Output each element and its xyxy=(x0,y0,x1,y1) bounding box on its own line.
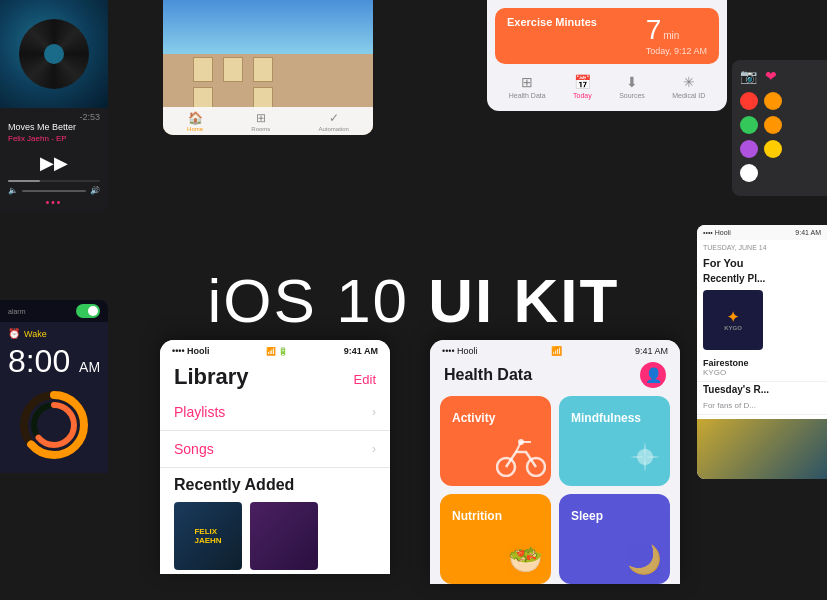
recently-played-section: Recently Pl... xyxy=(697,271,827,286)
color-green[interactable] xyxy=(740,116,758,134)
exercise-time: Today, 9:12 AM xyxy=(646,46,707,56)
color-orange-1[interactable] xyxy=(764,92,782,110)
smart-home-widget: 🏠 Home ⊞ Rooms ✓ Automation xyxy=(163,0,373,135)
ampm-label: AM xyxy=(79,359,100,375)
nav-medical[interactable]: ✳ Medical ID xyxy=(672,74,705,99)
volume-max-icon: 🔊 xyxy=(90,186,100,195)
playback-controls[interactable]: ▶▶ xyxy=(0,148,108,178)
nav-today-label: Today xyxy=(573,92,592,99)
wake-icon: ⏰ xyxy=(8,328,20,339)
color-purple[interactable] xyxy=(740,140,758,158)
page-title: iOS 10 UI KIT xyxy=(208,265,620,336)
tab-rooms[interactable]: ⊞ Rooms xyxy=(251,111,270,132)
album-2[interactable] xyxy=(250,502,318,570)
progress-bar[interactable] xyxy=(8,180,100,182)
color-row-1 xyxy=(740,92,819,110)
alarm-toggle[interactable] xyxy=(76,304,100,318)
progress-fill xyxy=(8,180,40,182)
more-options[interactable]: ••• xyxy=(0,197,108,212)
health-title: Health Data xyxy=(444,366,532,384)
library-playlists[interactable]: Playlists › xyxy=(160,394,390,431)
tab-home-label: Home xyxy=(187,126,203,132)
color-orange-2[interactable] xyxy=(764,116,782,134)
for-you-title: For You xyxy=(697,253,827,271)
wake-label: Wake xyxy=(24,329,47,339)
color-row-4 xyxy=(740,164,819,182)
nav-sources-label: Sources xyxy=(619,92,645,99)
activity-label: Activity xyxy=(452,411,495,425)
songs-label: Songs xyxy=(174,441,214,457)
heart-icon: ❤ xyxy=(765,68,777,84)
edit-button[interactable]: Edit xyxy=(354,372,376,387)
exercise-unit: min xyxy=(663,30,679,41)
library-title: Library xyxy=(174,364,249,390)
sources-icon: ⬇ xyxy=(626,74,638,90)
vinyl-center xyxy=(44,44,64,64)
nutrition-icon: 🥗 xyxy=(508,543,543,576)
today-icon: 📅 xyxy=(574,74,591,90)
recently-added-title: Recently Added xyxy=(160,468,390,498)
artist-1-sub: KYGO xyxy=(703,368,821,377)
album-art-placeholder: ✦ KYGO xyxy=(724,309,742,331)
mindfulness-card[interactable]: Mindfulness xyxy=(559,396,670,486)
lock-top-bar: alarm xyxy=(0,300,108,322)
health-screen: •••• Hooli 📶 9:41 AM Health Data 👤 Activ… xyxy=(430,340,680,584)
camera-icon: 📷 xyxy=(740,68,757,84)
home-icon: 🏠 xyxy=(188,111,203,125)
album-1[interactable]: FELIXJAEHN xyxy=(174,502,242,570)
tab-automation[interactable]: ✓ Automation xyxy=(319,111,349,132)
artist-name: Felix Jaehn - EP xyxy=(8,134,100,144)
album-row: FELIXJAEHN xyxy=(160,498,390,574)
exercise-label: Exercise Minutes xyxy=(507,16,597,28)
track-info: Moves Me Better Felix Jaehn - EP xyxy=(8,122,100,144)
health-status-bar: •••• Hooli 📶 9:41 AM xyxy=(430,340,680,360)
carrier: •••• Hooli xyxy=(703,229,731,236)
artist-1[interactable]: Fairestone KYGO xyxy=(697,354,827,382)
tab-automation-label: Automation xyxy=(319,126,349,132)
lock-time: 8:00 AM xyxy=(0,345,108,377)
chevron-right-icon-2: › xyxy=(372,442,376,456)
section-2-sub: For fans of D... xyxy=(697,397,827,415)
health-widget: Exercise Minutes 7 min Today, 9:12 AM ⊞ … xyxy=(487,0,727,111)
track-time: -2:53 xyxy=(8,112,100,122)
profile-icon[interactable]: 👤 xyxy=(640,362,666,388)
volume-icon: 🔈 xyxy=(8,186,18,195)
library-screen: •••• Hooli 📶 🔋 9:41 AM Library Edit Play… xyxy=(160,340,390,574)
colors-panel: 📷 ❤ xyxy=(732,60,827,196)
health-carrier: •••• Hooli xyxy=(442,346,478,356)
music-app-status-bar: •••• Hooli 9:41 AM xyxy=(697,225,827,240)
section-2-title: Tuesday's R... xyxy=(697,382,827,397)
music-player-widget: -2:53 Moves Me Better Felix Jaehn - EP ▶… xyxy=(0,0,108,212)
lock-screen-widget: alarm ⏰ Wake 8:00 AM xyxy=(0,300,108,473)
activity-ring xyxy=(14,385,94,465)
color-row-3 xyxy=(740,140,819,158)
nav-health-data[interactable]: ⊞ Health Data xyxy=(509,74,546,99)
exercise-card: Exercise Minutes 7 min Today, 9:12 AM xyxy=(495,8,719,64)
vinyl-disc xyxy=(19,19,89,89)
svg-point-6 xyxy=(518,439,524,445)
play-icon[interactable]: ▶▶ xyxy=(40,152,68,174)
color-yellow[interactable] xyxy=(764,140,782,158)
window xyxy=(193,57,213,82)
health-signal: 📶 xyxy=(551,346,562,356)
mindfulness-icon xyxy=(625,437,665,481)
signal-icons: 📶 🔋 xyxy=(266,347,288,356)
nutrition-card[interactable]: Nutrition 🥗 xyxy=(440,494,551,584)
sleep-card[interactable]: Sleep 🌙 xyxy=(559,494,670,584)
tab-home[interactable]: 🏠 Home xyxy=(187,111,203,132)
medical-icon: ✳ xyxy=(683,74,695,90)
nav-today[interactable]: 📅 Today xyxy=(573,74,592,99)
album-art xyxy=(0,0,108,108)
color-red[interactable] xyxy=(740,92,758,110)
exercise-value: 7 min Today, 9:12 AM xyxy=(646,16,707,56)
music-app-right: •••• Hooli 9:41 AM TUESDAY, JUNE 14 For … xyxy=(697,225,827,479)
volume-bar[interactable] xyxy=(22,190,86,192)
health-categories-grid: Activity Mindfulness xyxy=(430,396,680,584)
wake-row: ⏰ Wake xyxy=(0,322,108,345)
color-white[interactable] xyxy=(740,164,758,182)
activity-card[interactable]: Activity xyxy=(440,396,551,486)
chevron-right-icon: › xyxy=(372,405,376,419)
library-songs[interactable]: Songs › xyxy=(160,431,390,468)
album-art-2 xyxy=(697,419,827,479)
nav-sources[interactable]: ⬇ Sources xyxy=(619,74,645,99)
